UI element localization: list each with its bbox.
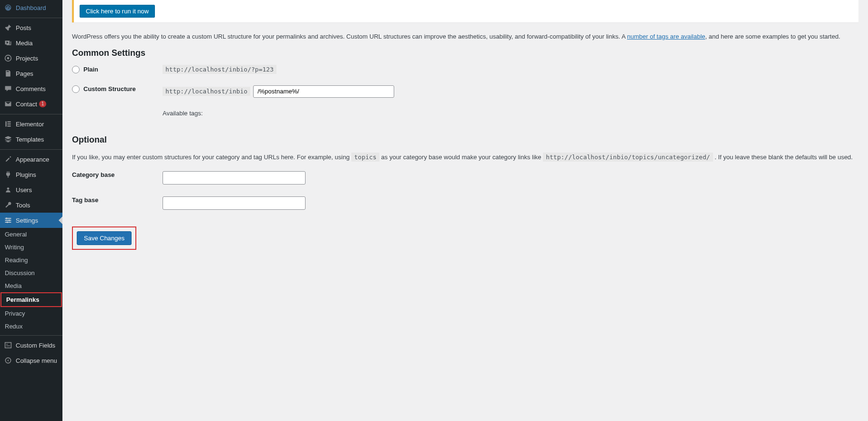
- sidebar-item-label: Media: [16, 40, 32, 47]
- intro-pre: WordPress offers you the ability to crea…: [72, 33, 627, 40]
- sidebar-item-templates[interactable]: Templates: [0, 132, 62, 147]
- sidebar-item-label: Dashboard: [16, 4, 46, 11]
- elementor-icon: [4, 120, 12, 128]
- sidebar-item-pages[interactable]: Pages: [0, 66, 62, 81]
- sidebar-item-media[interactable]: Media: [0, 35, 62, 51]
- sidebar-item-appearance[interactable]: Appearance: [0, 152, 62, 167]
- submenu-item-media[interactable]: Media: [0, 279, 62, 292]
- save-highlight-box: Save Changes: [72, 226, 136, 250]
- sidebar-item-plugins[interactable]: Plugins: [0, 167, 62, 182]
- intro-post: , and here are some examples to get you …: [705, 33, 840, 40]
- svg-rect-9: [5, 222, 11, 223]
- custom-prefix: http://localhost/inbio: [163, 87, 250, 96]
- tag-base-input[interactable]: [163, 196, 306, 210]
- sidebar-item-label: Templates: [16, 136, 44, 143]
- opt-code-2: http://localhost/inbio/topics/uncategori…: [543, 153, 713, 162]
- sidebar-item-label: Users: [16, 186, 32, 194]
- category-base-input[interactable]: [163, 171, 306, 185]
- opt-post: . If you leave these blank the defaults …: [713, 154, 853, 161]
- option-example: http://localhost/inbio/?p=123: [163, 65, 276, 74]
- radio-custom-structure[interactable]: [72, 85, 80, 93]
- sidebar-item-label: Collapse menu: [16, 357, 57, 364]
- svg-rect-2: [5, 121, 6, 126]
- plugins-icon: [4, 170, 12, 179]
- submenu-item-permalinks[interactable]: Permalinks: [0, 292, 62, 307]
- sidebar-item-collapse-menu[interactable]: Collapse menu: [0, 353, 62, 368]
- run-now-button[interactable]: Click here to run it now: [80, 5, 155, 18]
- custom-structure-input[interactable]: [253, 85, 394, 98]
- submenu-item-writing[interactable]: Writing: [0, 241, 62, 254]
- sidebar-item-label: Pages: [16, 70, 33, 77]
- sidebar-item-label: Projects: [16, 55, 38, 62]
- sidebar-item-contact[interactable]: Contact1: [0, 96, 62, 112]
- svg-rect-3: [7, 121, 10, 122]
- submenu-item-reading[interactable]: Reading: [0, 254, 62, 267]
- custom-structure-row: Custom Structure http://localhost/inbio: [72, 85, 858, 98]
- main-content: Click here to run it now WordPress offer…: [62, 0, 868, 421]
- sidebar-item-label: Settings: [16, 217, 38, 224]
- opt-code-1: topics: [351, 153, 379, 162]
- appearance-icon: [4, 155, 12, 164]
- permalink-option-row: Plainhttp://localhost/inbio/?p=123: [72, 66, 858, 73]
- sidebar-item-custom-fields[interactable]: Custom Fields: [0, 338, 62, 353]
- common-settings-heading: Common Settings: [72, 48, 858, 58]
- svg-rect-14: [6, 344, 8, 345]
- notice-banner: Click here to run it now: [72, 0, 858, 22]
- admin-sidebar: DashboardPostsMediaProjectsPagesComments…: [0, 0, 62, 421]
- sidebar-badge: 1: [39, 101, 47, 107]
- optional-description: If you like, you may enter custom struct…: [72, 153, 858, 162]
- submenu-item-discussion[interactable]: Discussion: [0, 267, 62, 279]
- settings-icon: [4, 216, 12, 225]
- media-icon: [4, 39, 12, 47]
- opt-pre: If you like, you may enter custom struct…: [72, 154, 351, 161]
- sidebar-item-users[interactable]: Users: [0, 182, 62, 197]
- svg-rect-4: [7, 123, 10, 124]
- svg-rect-15: [6, 346, 10, 346]
- users-icon: [4, 185, 12, 194]
- available-tags-section: Available tags:: [163, 110, 858, 121]
- sidebar-item-comments[interactable]: Comments: [0, 81, 62, 96]
- svg-rect-10: [6, 217, 7, 219]
- save-changes-button[interactable]: Save Changes: [77, 231, 132, 245]
- tag-base-row: Tag base: [72, 196, 858, 210]
- pages-icon: [4, 69, 12, 78]
- custom-structure-label: Custom Structure: [83, 85, 136, 92]
- tags-available-link[interactable]: number of tags are available: [627, 33, 705, 40]
- submenu-item-general[interactable]: General: [0, 228, 62, 241]
- radio-plain[interactable]: [72, 66, 80, 73]
- svg-rect-11: [9, 219, 10, 221]
- sidebar-item-label: Custom Fields: [16, 342, 55, 349]
- sidebar-item-label: Contact: [16, 101, 37, 108]
- tools-icon: [4, 201, 12, 209]
- svg-point-1: [7, 57, 10, 60]
- sidebar-item-posts[interactable]: Posts: [0, 20, 62, 35]
- sidebar-item-label: Elementor: [16, 121, 44, 128]
- category-base-row: Category base: [72, 171, 858, 185]
- option-label: Plain: [83, 66, 98, 73]
- customfields-icon: [4, 341, 12, 349]
- sidebar-item-tools[interactable]: Tools: [0, 197, 62, 213]
- sidebar-item-label: Plugins: [16, 171, 36, 178]
- svg-rect-5: [7, 125, 10, 126]
- available-tags-label: Available tags:: [163, 110, 858, 117]
- svg-rect-7: [5, 218, 11, 219]
- pin-icon: [4, 23, 12, 32]
- svg-rect-13: [5, 342, 11, 348]
- svg-rect-12: [7, 221, 8, 223]
- sidebar-item-label: Appearance: [16, 156, 49, 163]
- collapse-icon: [4, 356, 12, 365]
- contact-icon: [4, 100, 12, 108]
- svg-point-6: [7, 187, 10, 190]
- sidebar-item-settings[interactable]: Settings: [0, 213, 62, 228]
- intro-text: WordPress offers you the ability to crea…: [72, 32, 858, 41]
- projects-icon: [4, 54, 12, 62]
- sidebar-item-projects[interactable]: Projects: [0, 51, 62, 66]
- templates-icon: [4, 135, 12, 144]
- sidebar-item-dashboard[interactable]: Dashboard: [0, 0, 62, 15]
- tag-base-label: Tag base: [72, 196, 98, 204]
- category-base-label: Category base: [72, 171, 115, 178]
- sidebar-item-elementor[interactable]: Elementor: [0, 116, 62, 132]
- submenu-item-redux[interactable]: Redux: [0, 320, 62, 333]
- submenu-item-privacy[interactable]: Privacy: [0, 307, 62, 320]
- dashboard-icon: [4, 3, 12, 12]
